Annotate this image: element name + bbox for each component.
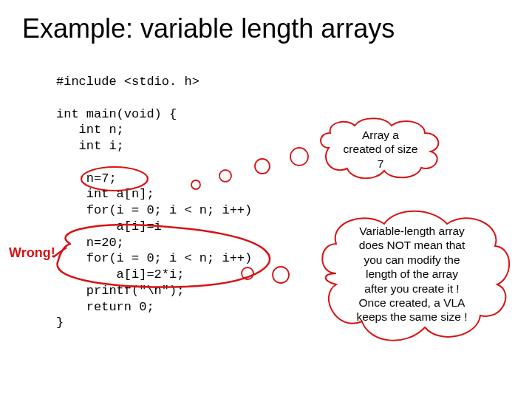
wrong-label: Wrong!: [9, 245, 55, 261]
bubble-text-line: Variable-length array: [359, 225, 465, 237]
code-block: #include <stdio. h> int main(void) { int…: [56, 74, 252, 331]
code-line: int i;: [56, 139, 124, 153]
bubble-text-line: 7: [378, 157, 384, 170]
code-line: int main(void) {: [56, 107, 177, 121]
code-line: n=7;: [56, 171, 117, 185]
thought-bubble-vla-note: Variable-length array does NOT mean that…: [314, 203, 510, 344]
thought-bubble-array-created: Array a created of size 7: [314, 115, 447, 181]
code-line: }: [56, 316, 64, 330]
bubble-text-line: length of the array: [366, 267, 458, 280]
code-line: for(i = 0; i < n; i++): [56, 203, 252, 217]
bubble-text-line: Array a: [362, 129, 399, 141]
bubble-text-line: does NOT mean that: [359, 239, 466, 251]
bubble-text-line: after you create it !: [364, 282, 459, 295]
svg-point-2: [255, 159, 270, 174]
slide: Example: variable length arrays #include…: [0, 0, 532, 399]
code-line: return 0;: [56, 300, 154, 314]
code-line: a[i]=2*i;: [56, 267, 184, 282]
code-line: #include <stdio. h>: [56, 75, 200, 89]
bubble-text-line: Once created, a VLA: [359, 296, 466, 309]
bubble-text-line: you can modify the: [364, 253, 460, 266]
code-line: a[i]=i: [56, 219, 162, 233]
code-line: for(i = 0; i < n; i++): [56, 251, 252, 265]
bubble-text-line: keeps the same size !: [357, 310, 468, 323]
svg-point-3: [290, 148, 308, 166]
code-line: int n;: [56, 123, 124, 137]
code-line: printf("\n");: [56, 284, 184, 298]
slide-title: Example: variable length arrays: [22, 13, 395, 44]
svg-point-6: [273, 267, 289, 283]
bubble-text-line: created of size: [344, 143, 418, 155]
code-line: int a[n];: [56, 187, 154, 201]
code-line: n=20;: [56, 236, 124, 250]
